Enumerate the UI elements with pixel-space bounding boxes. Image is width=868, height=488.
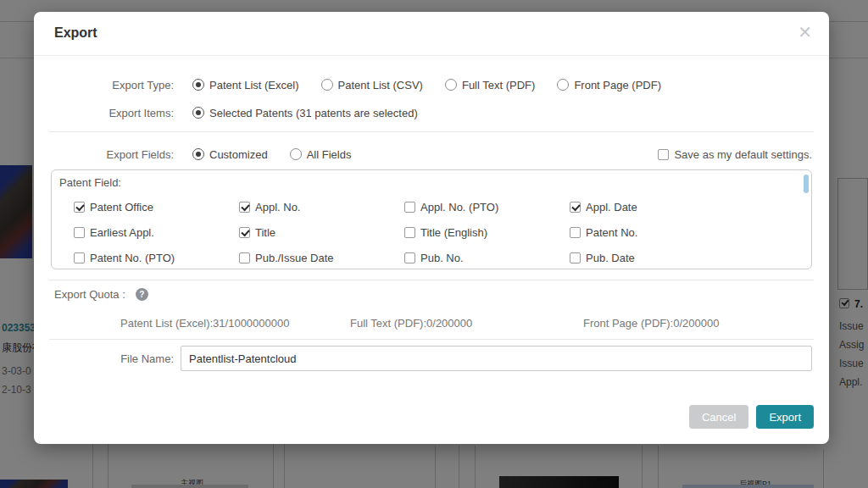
checkbox-label: Appl. No. bbox=[255, 201, 300, 214]
checkbox-label: Pub. No. bbox=[420, 252, 464, 264]
checkbox-label: Pub. Date bbox=[586, 252, 635, 264]
radio-icon bbox=[192, 148, 204, 160]
checkbox-label: Patent No. (PTO) bbox=[90, 252, 175, 264]
radio-icon bbox=[445, 79, 457, 91]
cancel-button[interactable]: Cancel bbox=[689, 405, 748, 429]
checkbox-icon bbox=[404, 202, 415, 213]
field-checkbox-appl-date[interactable]: Appl. Date bbox=[570, 201, 735, 214]
radio-front-page-pdf[interactable]: Front Page (PDF) bbox=[557, 79, 661, 92]
export-quota-row: Export Quota : ? bbox=[54, 288, 148, 301]
export-modal: Export ✕ Export Type: Patent List (Excel… bbox=[34, 12, 829, 444]
checkbox-label: Appl. No. (PTO) bbox=[420, 201, 498, 214]
radio-icon bbox=[290, 148, 302, 160]
quota-front-page: Front Page (PDF):0/200000 bbox=[583, 317, 719, 330]
patent-field-label: Patent Field: bbox=[59, 176, 121, 189]
field-checkbox-patent-no-pto[interactable]: Patent No. (PTO) bbox=[74, 252, 239, 264]
checkbox-icon bbox=[658, 149, 669, 160]
checkbox-label: Title (English) bbox=[420, 226, 487, 239]
field-checkbox-patent-no[interactable]: Patent No. bbox=[570, 226, 735, 239]
close-icon[interactable]: ✕ bbox=[798, 24, 812, 41]
button-row: Cancel Export bbox=[689, 405, 814, 429]
export-type-label: Export Type: bbox=[34, 79, 174, 92]
checkbox-icon bbox=[404, 252, 415, 263]
field-checkbox-patent-office[interactable]: Patent Office bbox=[74, 201, 239, 214]
checkbox-icon bbox=[74, 227, 85, 238]
radio-label: All Fields bbox=[307, 148, 352, 161]
checkbox-label: Title bbox=[255, 226, 275, 239]
radio-label: Front Page (PDF) bbox=[574, 79, 661, 92]
help-icon[interactable]: ? bbox=[136, 288, 148, 301]
checkbox-icon bbox=[570, 252, 581, 263]
radio-label: Full Text (PDF) bbox=[462, 79, 535, 92]
checkbox-label: Earliest Appl. bbox=[90, 226, 154, 239]
section-divider bbox=[49, 131, 814, 132]
modal-header: Export ✕ bbox=[34, 12, 829, 56]
field-checkbox-pub-issue-date[interactable]: Pub./Issue Date bbox=[239, 252, 404, 264]
export-fields-label: Export Fields: bbox=[34, 148, 174, 161]
field-checkbox-pub-date[interactable]: Pub. Date bbox=[570, 252, 735, 264]
radio-patent-list-csv[interactable]: Patent List (CSV) bbox=[321, 79, 423, 92]
radio-patent-list-excel[interactable]: Patent List (Excel) bbox=[192, 79, 299, 92]
checkbox-icon bbox=[239, 252, 250, 263]
radio-icon bbox=[192, 107, 204, 119]
radio-icon bbox=[192, 79, 204, 91]
export-type-row: Export Type: Patent List (Excel) Patent … bbox=[34, 75, 812, 95]
radio-customized[interactable]: Customized bbox=[192, 148, 268, 161]
radio-label: Customized bbox=[209, 148, 268, 161]
export-items-options: Selected Patents (31 patents are selecte… bbox=[192, 107, 418, 119]
export-type-options: Patent List (Excel) Patent List (CSV) Fu… bbox=[192, 79, 661, 92]
quota-full-text: Full Text (PDF):0/200000 bbox=[350, 317, 472, 330]
export-fields-options: Customized All Fields bbox=[192, 148, 351, 161]
checkbox-icon bbox=[570, 202, 581, 213]
export-fields-row: Export Fields: Customized All Fields Sav… bbox=[34, 144, 812, 164]
field-checkbox-pub-no[interactable]: Pub. No. bbox=[404, 252, 570, 264]
checkbox-label: Patent No. bbox=[586, 226, 637, 239]
radio-full-text-pdf[interactable]: Full Text (PDF) bbox=[445, 79, 535, 92]
save-default-checkbox[interactable]: Save as my default settings. bbox=[658, 148, 812, 161]
checkbox-icon bbox=[74, 202, 85, 213]
field-checkbox-earliest-appl[interactable]: Earliest Appl. bbox=[74, 226, 239, 239]
scrollbar-thumb[interactable] bbox=[804, 175, 809, 193]
field-checkbox-appl-no[interactable]: Appl. No. bbox=[239, 201, 404, 214]
field-checkbox-title-english[interactable]: Title (English) bbox=[404, 226, 570, 239]
radio-all-fields[interactable]: All Fields bbox=[290, 148, 352, 161]
radio-icon bbox=[557, 79, 569, 91]
file-name-input[interactable] bbox=[181, 346, 812, 371]
quota-excel: Patent List (Excel):31/1000000000 bbox=[120, 317, 289, 330]
export-items-row: Export Items: Selected Patents (31 paten… bbox=[34, 103, 812, 123]
radio-label: Patent List (Excel) bbox=[209, 79, 299, 92]
checkbox-label: Pub./Issue Date bbox=[255, 252, 334, 264]
field-checkbox-appl-no-pto[interactable]: Appl. No. (PTO) bbox=[404, 201, 570, 214]
modal-title: Export bbox=[54, 25, 97, 41]
checkbox-label: Save as my default settings. bbox=[674, 148, 812, 161]
checkbox-label: Appl. Date bbox=[586, 201, 637, 214]
section-divider bbox=[49, 339, 814, 340]
checkbox-icon bbox=[239, 227, 250, 238]
checkbox-icon bbox=[404, 227, 415, 238]
field-checkbox-title[interactable]: Title bbox=[239, 226, 404, 239]
checkbox-icon bbox=[239, 202, 250, 213]
radio-label: Patent List (CSV) bbox=[338, 79, 423, 92]
patent-field-box: Patent Field: Patent Office Appl. No. Ap… bbox=[51, 169, 812, 269]
radio-label: Selected Patents (31 patents are selecte… bbox=[209, 107, 418, 119]
radio-selected-patents[interactable]: Selected Patents (31 patents are selecte… bbox=[192, 107, 418, 119]
section-divider bbox=[49, 280, 814, 280]
export-button[interactable]: Export bbox=[756, 405, 814, 429]
checkbox-icon bbox=[74, 252, 85, 263]
checkbox-icon bbox=[570, 227, 581, 238]
file-name-label: File Name: bbox=[34, 352, 174, 365]
export-quota-label: Export Quota : bbox=[54, 288, 125, 301]
radio-icon bbox=[321, 79, 333, 91]
checkbox-label: Patent Office bbox=[90, 201, 153, 214]
file-name-row: File Name: bbox=[34, 346, 812, 371]
patent-field-grid: Patent Office Appl. No. Appl. No. (PTO) … bbox=[74, 194, 794, 270]
export-items-label: Export Items: bbox=[34, 107, 174, 119]
